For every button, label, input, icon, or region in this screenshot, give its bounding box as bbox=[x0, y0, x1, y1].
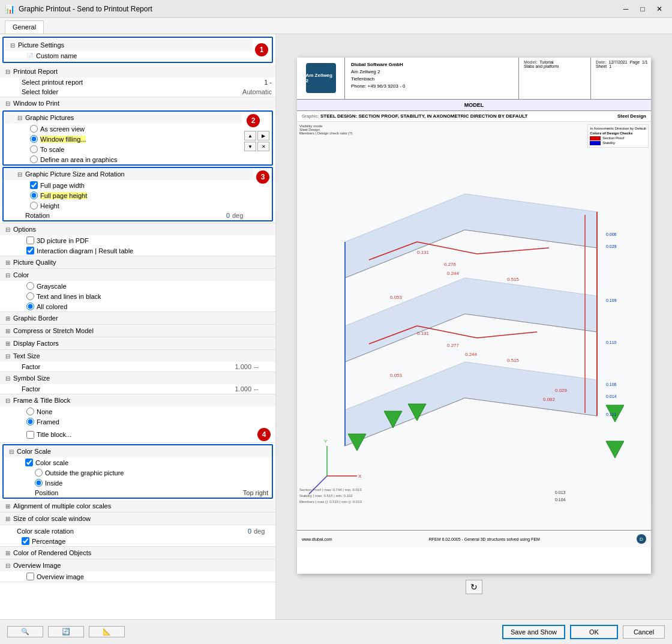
inside-radio[interactable] bbox=[35, 479, 43, 487]
stability-color bbox=[590, 141, 601, 145]
text-black-radio[interactable] bbox=[26, 292, 34, 300]
text-lines-black-label: Text and lines in black bbox=[37, 293, 101, 300]
framed-radio[interactable] bbox=[26, 418, 34, 426]
title-block-check[interactable] bbox=[26, 431, 34, 439]
options-header[interactable]: ⊟ Options bbox=[0, 223, 275, 235]
all-colored-item: All colored bbox=[0, 301, 275, 311]
section-graphic-pictures[interactable]: ⊟ Graphic Pictures bbox=[4, 112, 242, 124]
percentage-check[interactable] bbox=[22, 537, 29, 545]
select-printout-value[interactable]: 1 - bbox=[242, 79, 272, 86]
svg-text:0.013: 0.013 bbox=[555, 490, 566, 495]
title-controls: ─ □ ✕ bbox=[618, 4, 667, 14]
full-page-width-check[interactable] bbox=[30, 181, 38, 189]
save-show-button[interactable]: Save and Show bbox=[502, 625, 565, 639]
maximize-button[interactable]: □ bbox=[635, 4, 650, 14]
ok-button[interactable]: OK bbox=[570, 625, 618, 639]
picture-settings-label: Picture Settings bbox=[18, 41, 64, 49]
nav-down-btn[interactable]: ▼ bbox=[244, 142, 256, 151]
nav-right-btn[interactable]: ▶ bbox=[257, 131, 269, 140]
outside-radio[interactable] bbox=[35, 469, 43, 477]
expand-icon-opt: ⊟ bbox=[4, 225, 12, 233]
main-content: ⊟ Picture Settings 📄 Custom name 1 ⊟ Pri… bbox=[0, 34, 672, 619]
window-to-print-header[interactable]: ⊟ Window to Print bbox=[0, 97, 275, 109]
radio-window-filling: Window filling... bbox=[4, 134, 242, 144]
alignment-color-header[interactable]: ⊞ Alignment of multiple color scales bbox=[0, 500, 275, 512]
tool-btn-2[interactable]: 🔄 bbox=[48, 626, 84, 637]
svg-text:Y: Y bbox=[324, 439, 328, 444]
radio-to-scale: To scale bbox=[4, 144, 242, 154]
radio-scale[interactable] bbox=[30, 145, 38, 153]
color-scale-checkbox[interactable] bbox=[25, 459, 33, 466]
position-value: Top right bbox=[238, 489, 268, 496]
full-page-height-radio[interactable] bbox=[30, 191, 38, 199]
3d-pdf-item: 3D picture in PDF bbox=[0, 235, 275, 245]
display-factors-header[interactable]: ⊞ Display Factors bbox=[0, 337, 275, 349]
nav-up-btn[interactable]: ▲ bbox=[244, 131, 256, 140]
symbol-factor-unit: -- bbox=[254, 385, 272, 393]
height-label: Height bbox=[40, 202, 59, 209]
overview-image-item: Overview image bbox=[0, 571, 275, 582]
tool-btn-1[interactable]: 🔍 bbox=[7, 626, 43, 637]
expand-icon-col: ⊟ bbox=[4, 271, 12, 279]
text-factor-unit: -- bbox=[254, 363, 272, 370]
symbol-factor-value: 1.000 bbox=[221, 385, 251, 393]
expand-icon-ov: ⊟ bbox=[4, 561, 12, 570]
framed-item: Framed bbox=[0, 417, 275, 427]
badge-2: 2 bbox=[247, 114, 260, 127]
preview-logo-area: Am Zellweg 2 bbox=[297, 58, 345, 99]
color-rotation-label: Color scale rotation bbox=[17, 528, 221, 535]
radio-as-screen[interactable] bbox=[30, 125, 38, 133]
rendered-header[interactable]: ⊞ Color of Rendered Objects bbox=[0, 547, 275, 559]
grayscale-radio[interactable] bbox=[26, 282, 34, 290]
svg-text:0.111: 0.111 bbox=[606, 412, 617, 417]
nav-x-btn[interactable]: ✕ bbox=[257, 142, 269, 151]
sheet-value: 1 bbox=[609, 64, 611, 68]
preview-meta: Model: Tutorial Slabs and platform bbox=[519, 58, 591, 99]
compress-header[interactable]: ⊞ Compress or Stretch Model bbox=[0, 325, 275, 337]
overview-header[interactable]: ⊟ Overview Image bbox=[0, 559, 275, 571]
color-header[interactable]: ⊟ Color bbox=[0, 269, 275, 281]
text-size-header[interactable]: ⊟ Text Size bbox=[0, 350, 275, 362]
symbol-factor-row: Factor 1.000 -- bbox=[0, 384, 275, 394]
all-colored-label: All colored bbox=[37, 303, 67, 310]
section-proof-item: Section Proof bbox=[590, 136, 646, 140]
all-colored-radio[interactable] bbox=[26, 302, 34, 310]
overview-image-check[interactable] bbox=[26, 573, 34, 580]
colors-label: Colors of Design Checks bbox=[590, 131, 646, 135]
expand-icon-sc: ⊞ bbox=[4, 514, 12, 523]
to-scale-label: To scale bbox=[40, 146, 64, 153]
printout-report-header[interactable]: ⊟ Printout Report bbox=[0, 65, 275, 77]
frame-title-header[interactable]: ⊟ Frame & Title Block bbox=[0, 394, 275, 406]
3d-pdf-check[interactable] bbox=[26, 236, 34, 244]
interaction-diagram-check[interactable] bbox=[26, 247, 34, 254]
section-picture-settings[interactable]: ⊟ Picture Settings bbox=[5, 39, 253, 51]
position-row: Position Top right bbox=[4, 488, 272, 498]
tool-btn-3[interactable]: 📐 bbox=[89, 626, 125, 637]
alignment-color-label: Alignment of multiple color scales bbox=[13, 502, 111, 510]
date-value: 12/7/2021 bbox=[609, 60, 628, 64]
color-scale-header[interactable]: ⊟ Color Scale bbox=[4, 445, 272, 457]
radio-area[interactable] bbox=[30, 155, 38, 163]
percentage-label: Percentage bbox=[32, 538, 65, 545]
refresh-button[interactable]: ↻ bbox=[466, 580, 482, 594]
svg-text:0.131: 0.131 bbox=[417, 250, 430, 255]
section-size-rotation[interactable]: ⊟ Graphic Picture Size and Rotation bbox=[4, 168, 254, 180]
preview-date-block: Date: 12/7/2021 Page 1/1 Sheet 1 bbox=[591, 58, 651, 99]
minimize-button[interactable]: ─ bbox=[618, 4, 634, 14]
svg-text:0.104: 0.104 bbox=[555, 498, 566, 502]
radio-window-fill[interactable] bbox=[30, 135, 38, 143]
cancel-button[interactable]: Cancel bbox=[623, 625, 665, 639]
picture-quality-header[interactable]: ⊞ Picture Quality bbox=[0, 256, 275, 268]
close-button[interactable]: ✕ bbox=[652, 4, 667, 14]
none-frame-radio[interactable] bbox=[26, 408, 34, 415]
section-options: ⊟ Options 3D picture in PDF Interaction … bbox=[0, 223, 275, 256]
height-radio[interactable] bbox=[30, 202, 38, 209]
graphic-border-header[interactable]: ⊞ Graphic Border bbox=[0, 312, 275, 324]
bottom-left-tools: 🔍 🔄 📐 bbox=[7, 626, 497, 637]
symbol-size-header[interactable]: ⊟ Symbol Size bbox=[0, 372, 275, 384]
svg-text:0.277: 0.277 bbox=[447, 343, 460, 348]
tab-general[interactable]: General bbox=[5, 20, 44, 34]
rotation-row: Rotation 0 deg bbox=[4, 211, 254, 220]
size-color-header[interactable]: ⊞ Size of color scale window bbox=[0, 513, 275, 525]
refresh-area: ↻ bbox=[463, 577, 485, 597]
